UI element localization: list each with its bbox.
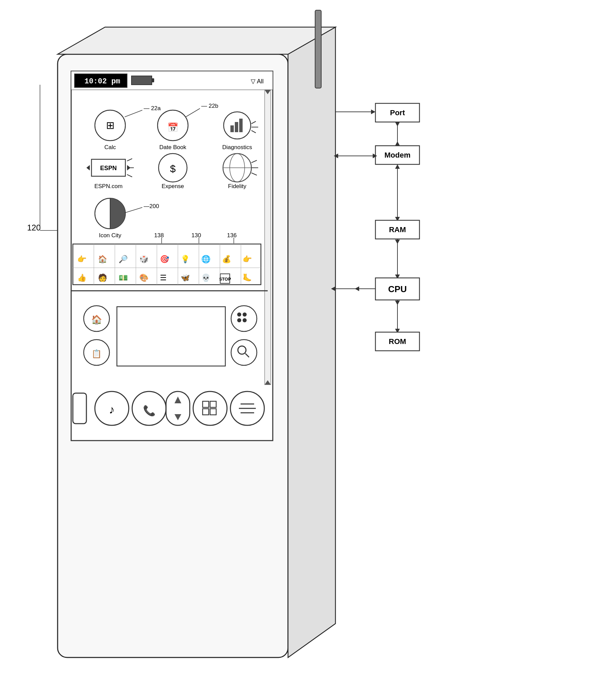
svg-text:🎨: 🎨 (139, 273, 149, 282)
svg-point-12 (95, 110, 125, 141)
svg-line-89 (245, 353, 249, 357)
svg-point-86 (243, 318, 247, 322)
svg-point-32 (159, 154, 187, 182)
espn-label: ESPN.com (94, 183, 122, 189)
svg-marker-130 (331, 286, 335, 291)
time-display: 10:02 pm (84, 77, 120, 86)
ref-22b: — 22b (201, 103, 218, 109)
svg-marker-2 (58, 27, 335, 54)
svg-point-77 (84, 306, 109, 331)
svg-rect-115 (375, 146, 419, 164)
svg-marker-120 (395, 217, 400, 221)
svg-text:🦶: 🦶 (243, 273, 252, 282)
svg-marker-124 (395, 240, 400, 244)
svg-rect-9 (265, 90, 271, 385)
svg-marker-132 (395, 301, 400, 305)
svg-text:🦋: 🦋 (181, 273, 190, 282)
svg-marker-97 (174, 414, 181, 420)
svg-line-43 (125, 207, 142, 213)
svg-text:💀: 💀 (201, 273, 211, 282)
svg-marker-128 (355, 286, 359, 291)
svg-marker-27 (86, 165, 90, 170)
svg-point-93 (132, 391, 166, 425)
svg-marker-113 (395, 122, 400, 126)
svg-line-17 (186, 108, 200, 117)
port-label: Port (390, 108, 405, 117)
svg-marker-1 (288, 27, 335, 657)
svg-rect-3 (315, 10, 321, 88)
svg-rect-81 (117, 307, 225, 366)
dropdown-arrow: ▽ All (251, 78, 264, 85)
ref-136: 136 (227, 232, 237, 239)
svg-rect-20 (235, 122, 238, 132)
svg-line-38 (251, 160, 257, 163)
svg-text:🧑: 🧑 (98, 273, 107, 282)
svg-text:ESPN: ESPN (100, 165, 117, 171)
svg-text:🏠: 🏠 (91, 314, 102, 325)
svg-point-91 (95, 391, 129, 425)
svg-line-14 (125, 110, 142, 117)
svg-rect-101 (203, 409, 209, 415)
icon-city-label: Icon City (99, 232, 122, 239)
ref-22a: — 22a (144, 105, 161, 112)
rom-label: ROM (389, 337, 406, 346)
datebook-label: Date Book (159, 144, 186, 150)
svg-marker-110 (371, 109, 375, 114)
svg-marker-11 (265, 380, 271, 385)
svg-marker-117 (334, 154, 338, 158)
svg-rect-90 (73, 393, 86, 424)
svg-rect-0 (58, 54, 288, 657)
svg-text:$: $ (170, 163, 176, 174)
svg-marker-133 (395, 329, 400, 333)
svg-rect-99 (203, 401, 209, 407)
svg-rect-95 (166, 391, 190, 425)
svg-text:📅: 📅 (167, 122, 179, 133)
svg-point-98 (193, 391, 227, 425)
svg-text:💵: 💵 (119, 273, 128, 282)
svg-point-36 (230, 154, 245, 182)
svg-marker-28 (127, 165, 130, 170)
svg-marker-10 (265, 90, 271, 94)
diagnostics-label: Diagnostics (222, 144, 252, 150)
svg-rect-4 (71, 71, 273, 441)
svg-text:🌐: 🌐 (201, 255, 211, 264)
ref-200: —200 (144, 203, 159, 209)
cpu-label: CPU (388, 284, 407, 294)
svg-rect-25 (91, 159, 125, 176)
svg-point-88 (238, 346, 246, 354)
ref-138: 138 (154, 232, 164, 239)
svg-text:💡: 💡 (181, 255, 190, 264)
svg-rect-64 (220, 274, 230, 283)
calc-label: Calc (104, 144, 116, 150)
svg-text:💰: 💰 (222, 255, 231, 264)
svg-point-82 (231, 306, 257, 331)
svg-text:📋: 📋 (91, 349, 102, 359)
svg-point-35 (223, 154, 251, 182)
modem-label: Modem (385, 151, 411, 159)
svg-rect-6 (75, 74, 127, 87)
ref-130: 130 (191, 232, 201, 239)
svg-rect-21 (239, 119, 243, 132)
svg-marker-114 (395, 141, 400, 146)
svg-rect-122 (375, 220, 419, 239)
svg-point-41 (95, 198, 125, 229)
svg-rect-102 (210, 409, 216, 415)
svg-rect-126 (375, 278, 419, 300)
svg-text:☰: ☰ (160, 273, 167, 282)
svg-text:⊞: ⊞ (106, 120, 115, 131)
svg-marker-118 (373, 154, 377, 158)
svg-marker-121 (395, 164, 400, 169)
svg-text:👉: 👉 (243, 255, 252, 264)
svg-point-83 (237, 312, 241, 317)
svg-line-24 (251, 130, 256, 133)
svg-text:📞: 📞 (143, 405, 156, 417)
svg-line-22 (251, 121, 256, 124)
svg-text:🔎: 🔎 (119, 255, 128, 264)
svg-line-29 (127, 159, 132, 161)
svg-marker-125 (395, 275, 400, 279)
svg-text:👉: 👉 (77, 255, 87, 264)
svg-marker-96 (174, 397, 181, 403)
svg-text:🎲: 🎲 (139, 255, 149, 264)
svg-line-31 (127, 175, 132, 177)
svg-point-34 (223, 154, 251, 182)
